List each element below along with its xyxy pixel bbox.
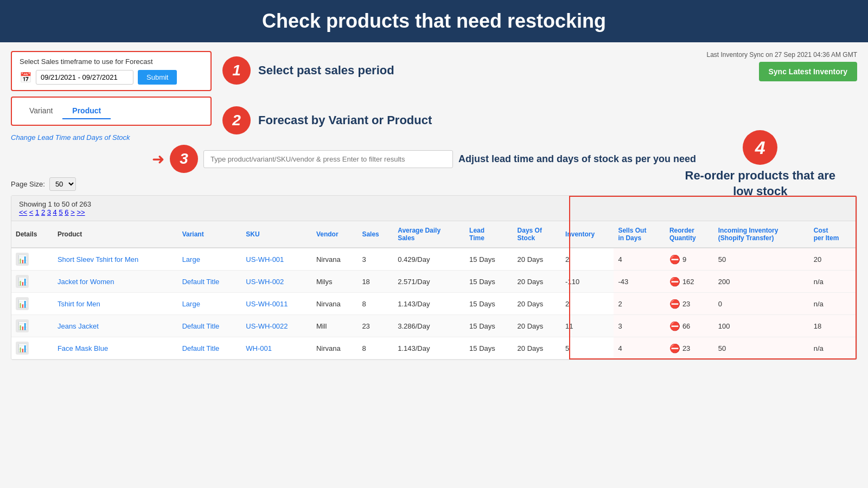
page-last[interactable]: >> [76, 208, 85, 216]
error-icon: ⛔ [669, 277, 680, 287]
annotation-2: 2 Forecast by Variant or Product [222, 106, 432, 134]
cell-sales: 18 [358, 271, 393, 293]
step-1-bubble: 1 [222, 56, 251, 85]
page-1[interactable]: 1 [35, 208, 39, 216]
cell-sells-out: -43 [614, 271, 665, 293]
cell-avg-daily: 2.571/Day [393, 271, 465, 293]
variant-link[interactable]: Default Title [182, 278, 220, 286]
reorder-badge: ⛔23 [669, 343, 690, 354]
page-3[interactable]: 3 [47, 208, 51, 216]
product-link[interactable]: Face Mask Blue [58, 344, 108, 352]
chart-icon[interactable]: 📊 [16, 297, 29, 310]
lead-time-link[interactable]: Change Lead Time and Days of Stock [11, 133, 212, 142]
table-row: 📊 Face Mask Blue Default Title WH-001 Ni… [11, 337, 857, 359]
cell-avg-daily: 1.143/Day [393, 293, 465, 315]
timeframe-input[interactable] [36, 70, 133, 85]
cell-details: 📊 [11, 337, 53, 359]
product-link[interactable]: Jacket for Women [58, 278, 114, 286]
main-content: Last Inventory Sync on 27 Sep 2021 04:36… [0, 42, 868, 369]
cell-inventory: 5 [561, 337, 614, 359]
product-link[interactable]: Jeans Jacket [58, 322, 99, 330]
cell-details: 📊 [11, 271, 53, 293]
submit-button[interactable]: Submit [138, 70, 177, 85]
table-container: Showing 1 to 50 of 263 << < 1 2 3 4 5 6 … [11, 195, 857, 360]
variant-link[interactable]: Default Title [182, 344, 220, 352]
cell-incoming: 50 [714, 337, 809, 359]
cell-vendor: Nirvana [312, 293, 358, 315]
table-row: 📊 Jacket for Women Default Title US-WH-0… [11, 271, 857, 293]
cell-cost: n/a [809, 293, 857, 315]
cell-avg-daily: 1.143/Day [393, 337, 465, 359]
tab-variant[interactable]: Variant [20, 103, 62, 119]
chart-icon[interactable]: 📊 [16, 253, 29, 266]
cell-incoming: 100 [714, 315, 809, 337]
annotation-text-3: Adjust lead time and days of stock as pe… [458, 153, 696, 165]
cell-inventory: 2 [561, 248, 614, 271]
cell-sells-out: 2 [614, 293, 665, 315]
sku-link[interactable]: US-WH-0011 [246, 300, 288, 308]
page-prev[interactable]: < [29, 208, 34, 216]
cell-days-stock: 20 Days [513, 271, 561, 293]
reorder-badge: ⛔9 [669, 254, 686, 265]
sync-button[interactable]: Sync Latest Inventory [759, 62, 858, 81]
cell-variant: Default Title [178, 271, 242, 293]
variant-link[interactable]: Large [182, 255, 200, 264]
cell-sales: 8 [358, 337, 393, 359]
page-header: Check products that need restocking [0, 0, 868, 42]
page-4[interactable]: 4 [53, 208, 57, 216]
cell-vendor: Nirvana [312, 337, 358, 359]
cell-sells-out: 4 [614, 337, 665, 359]
variant-link[interactable]: Default Title [182, 322, 220, 330]
sku-link[interactable]: US-WH-001 [246, 255, 284, 264]
products-table: Details Product Variant SKU Vendor Sales… [11, 221, 857, 359]
cell-incoming: 50 [714, 248, 809, 271]
cell-lead-time: 15 Days [465, 271, 513, 293]
col-sku: SKU [241, 221, 312, 248]
page-6[interactable]: 6 [65, 208, 68, 216]
cell-product: Tshirt for Men [53, 293, 178, 315]
cell-reorder: ⛔66 [665, 315, 714, 337]
cell-lead-time: 15 Days [465, 293, 513, 315]
col-days-stock: Days OfStock [513, 221, 561, 248]
col-inventory: Inventory [561, 221, 614, 248]
cell-avg-daily: 3.286/Day [393, 315, 465, 337]
sku-link[interactable]: US-WH-002 [246, 278, 284, 286]
page-next[interactable]: > [71, 208, 75, 216]
col-product: Product [53, 221, 178, 248]
arrow-right-icon: ➜ [152, 150, 164, 168]
tab-product[interactable]: Product [62, 103, 111, 119]
product-link[interactable]: Tshirt for Men [58, 300, 100, 308]
search-input[interactable] [203, 150, 453, 168]
page-size-select[interactable]: 50 [49, 177, 76, 191]
product-link[interactable]: Short Sleev Tshirt for Men [58, 255, 138, 264]
page-2[interactable]: 2 [41, 208, 45, 216]
chart-icon[interactable]: 📊 [16, 319, 29, 332]
timeframe-input-row: 📅 Submit [20, 70, 203, 85]
cell-avg-daily: 0.429/Day [393, 248, 465, 271]
page-5[interactable]: 5 [59, 208, 62, 216]
table-row: 📊 Tshirt for Men Large US-WH-0011 Nirvan… [11, 293, 857, 315]
sync-label: Last Inventory Sync on 27 Sep 2021 04:36… [707, 51, 858, 59]
sku-link[interactable]: WH-001 [246, 344, 272, 352]
error-icon: ⛔ [669, 254, 680, 265]
cell-variant: Default Title [178, 337, 242, 359]
cell-reorder: ⛔23 [665, 337, 714, 359]
cell-lead-time: 15 Days [465, 315, 513, 337]
cell-details: 📊 [11, 315, 53, 337]
reorder-badge: ⛔162 [669, 277, 694, 287]
cell-lead-time: 15 Days [465, 248, 513, 271]
cell-cost: 20 [809, 248, 857, 271]
col-cost: Costper Item [809, 221, 857, 248]
variant-link[interactable]: Large [182, 300, 200, 308]
cell-product: Jeans Jacket [53, 315, 178, 337]
cell-reorder: ⛔162 [665, 271, 714, 293]
sku-link[interactable]: US-WH-0022 [246, 322, 288, 330]
col-incoming: Incoming Inventory(Shopify Transfer) [714, 221, 809, 248]
reorder-badge: ⛔66 [669, 321, 690, 331]
chart-icon[interactable]: 📊 [16, 342, 29, 355]
cell-cost: n/a [809, 271, 857, 293]
step-4-bubble: 4 [743, 130, 777, 165]
page-first[interactable]: << [19, 208, 27, 216]
chart-icon[interactable]: 📊 [16, 275, 29, 288]
cell-days-stock: 20 Days [513, 337, 561, 359]
